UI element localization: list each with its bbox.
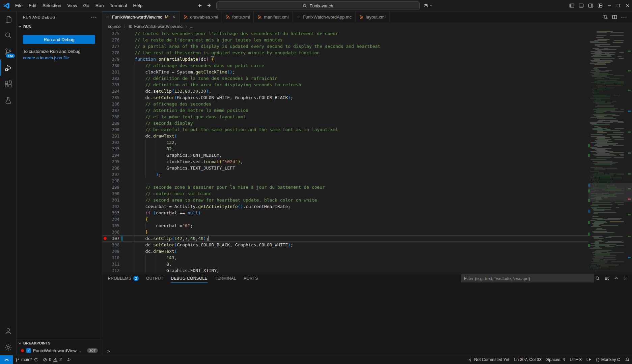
code-line-299[interactable]: 299 // seconde zone à dessiner pour la m…: [102, 184, 588, 190]
line-number[interactable]: 309: [108, 248, 119, 254]
encoding-status[interactable]: UTF-8: [567, 355, 584, 364]
code-line-286[interactable]: 286 // affichage des secondes: [102, 101, 588, 107]
breakpoint-gutter[interactable]: [102, 77, 108, 80]
copilot-menu-button[interactable]: [423, 2, 433, 9]
breakpoint-checkbox[interactable]: ✓: [26, 348, 31, 353]
code-line-279[interactable]: 279 function onPartialUpdate(dc) {: [102, 56, 588, 62]
breakpoint-list-item[interactable]: ✓ FunixWatch-wordView.... 307: [16, 347, 102, 354]
tab-FunixWatch-wordApp.mc[interactable]: FunixWatch-wordApp.mc: [293, 11, 356, 23]
debug-status-icon[interactable]: [64, 355, 74, 364]
code-line-285[interactable]: 285 dc.setColor(Graphics.COLOR_WHITE, Gr…: [102, 94, 588, 101]
breakpoint-gutter[interactable]: [102, 102, 108, 105]
breakpoint-gutter[interactable]: [102, 205, 108, 208]
git-branch-status[interactable]: main*: [13, 355, 40, 364]
open-changes-icon[interactable]: [603, 14, 608, 20]
breakpoint-gutter[interactable]: [102, 141, 108, 144]
breakpoint-gutter[interactable]: [102, 32, 108, 35]
menu-run[interactable]: Run: [92, 0, 107, 11]
code-line-297[interactable]: 297 );: [102, 171, 588, 178]
line-number[interactable]: 279: [108, 56, 119, 62]
code-line-311[interactable]: 311 8,: [102, 261, 588, 267]
breakpoint-gutter[interactable]: [102, 115, 108, 118]
line-number[interactable]: 280: [108, 62, 119, 69]
repl-prompt[interactable]: >: [107, 348, 110, 354]
line-number[interactable]: 296: [108, 165, 119, 171]
split-editor-icon[interactable]: [612, 14, 617, 20]
menu-go[interactable]: Go: [80, 0, 92, 11]
breakpoint-gutter[interactable]: [102, 192, 108, 195]
overview-ruler[interactable]: [627, 30, 632, 273]
notifications-bell-icon[interactable]: [623, 355, 632, 364]
line-number[interactable]: 294: [108, 152, 119, 158]
breakpoint-gutter[interactable]: [102, 211, 108, 214]
code-line-293[interactable]: 293 82,: [102, 146, 588, 152]
code-line-294[interactable]: 294 Graphics.FONT_MEDIUM,: [102, 152, 588, 158]
line-number[interactable]: 284: [108, 88, 119, 94]
breakpoint-gutter[interactable]: [102, 231, 108, 234]
panel-tab-terminal[interactable]: TERMINAL: [215, 273, 236, 283]
line-number[interactable]: 304: [108, 216, 119, 222]
toggle-sidebar-icon[interactable]: [567, 0, 576, 11]
line-number[interactable]: 288: [108, 114, 119, 120]
panel-tab-output[interactable]: OUTPUT: [146, 273, 163, 283]
breakpoint-gutter[interactable]: [102, 134, 108, 138]
breakpoint-gutter[interactable]: [102, 128, 108, 131]
line-number[interactable]: 307: [108, 235, 119, 242]
code-line-277[interactable]: 277 // a partial area of the display is …: [102, 43, 588, 50]
line-number[interactable]: 305: [108, 222, 119, 229]
line-number[interactable]: 302: [108, 203, 119, 210]
debug-console-filter-input[interactable]: [461, 274, 594, 282]
editor-more-actions-icon[interactable]: ···: [621, 14, 627, 20]
line-number[interactable]: 298: [108, 178, 119, 184]
testing-icon[interactable]: [0, 92, 16, 108]
line-number[interactable]: 293: [108, 146, 119, 152]
remote-indicator[interactable]: ><: [0, 355, 13, 364]
breakpoint-gutter[interactable]: [102, 58, 108, 61]
line-number[interactable]: 312: [108, 267, 119, 273]
code-editor[interactable]: 275 // toutes les secondes pour l'affich…: [102, 30, 632, 273]
run-section-header[interactable]: RUN: [16, 23, 102, 30]
breakpoint-gutter[interactable]: [102, 96, 108, 99]
breakpoint-gutter[interactable]: [102, 256, 108, 259]
code-line-303[interactable]: 303 if (coeurbat == null): [102, 210, 588, 216]
minimap-slider[interactable]: [588, 183, 632, 202]
line-number[interactable]: 286: [108, 101, 119, 107]
code-line-310[interactable]: 310 143,: [102, 254, 588, 261]
commit-status[interactable]: Not Committed Yet: [466, 355, 512, 364]
line-number[interactable]: 278: [108, 50, 119, 56]
create-launch-json-link[interactable]: create a launch.json file.: [23, 55, 70, 60]
problems-status[interactable]: 0 2: [40, 355, 64, 364]
code-line-300[interactable]: 300 // couleur noir sur blanc: [102, 190, 588, 197]
code-line-287[interactable]: 287 // attention de mettre la même posit…: [102, 107, 588, 114]
source-control-icon[interactable]: 163: [0, 43, 16, 60]
line-number[interactable]: 289: [108, 120, 119, 126]
code-line-289[interactable]: 289 // seconds display: [102, 120, 588, 126]
settings-gear-icon[interactable]: [0, 339, 16, 355]
menu-terminal[interactable]: Terminal: [107, 0, 130, 11]
code-line-292[interactable]: 292 132,: [102, 139, 588, 146]
breakpoint-gutter[interactable]: [102, 154, 108, 157]
code-line-312[interactable]: 312 Graphics.FONT_XTINY,: [102, 267, 588, 273]
accounts-icon[interactable]: [0, 323, 16, 339]
code-line-290[interactable]: 290 // be careful to put the same positi…: [102, 126, 588, 133]
menu-selection[interactable]: Selection: [39, 0, 64, 11]
command-center-search[interactable]: Funix-watch: [216, 1, 420, 10]
line-number[interactable]: 282: [108, 75, 119, 82]
minimap[interactable]: [588, 30, 627, 273]
code-line-291[interactable]: 291 dc.drawText(: [102, 133, 588, 139]
code-line-278[interactable]: 278 // the rest of the screen is updated…: [102, 50, 588, 56]
tab-FunixWatch-wordView.mc[interactable]: FunixWatch-wordView.mcM: [102, 11, 180, 23]
breakpoint-gutter[interactable]: [102, 90, 108, 93]
run-and-debug-button[interactable]: Run and Debug: [23, 35, 95, 44]
line-number[interactable]: 306: [108, 229, 119, 235]
panel-tab-problems[interactable]: PROBLEMS2: [108, 273, 139, 283]
cursor-position-status[interactable]: Ln 307, Col 33: [512, 355, 544, 364]
line-number[interactable]: 299: [108, 184, 119, 190]
code-line-288[interactable]: 288 // et la même font que dans layout.x…: [102, 114, 588, 120]
breakpoint-gutter[interactable]: [102, 263, 108, 266]
toggle-panel-icon[interactable]: [576, 0, 586, 11]
line-number[interactable]: 291: [108, 133, 119, 139]
breakpoint-gutter[interactable]: [102, 179, 108, 182]
breadcrumb-folder[interactable]: source: [108, 24, 121, 29]
line-number[interactable]: 297: [108, 171, 119, 178]
